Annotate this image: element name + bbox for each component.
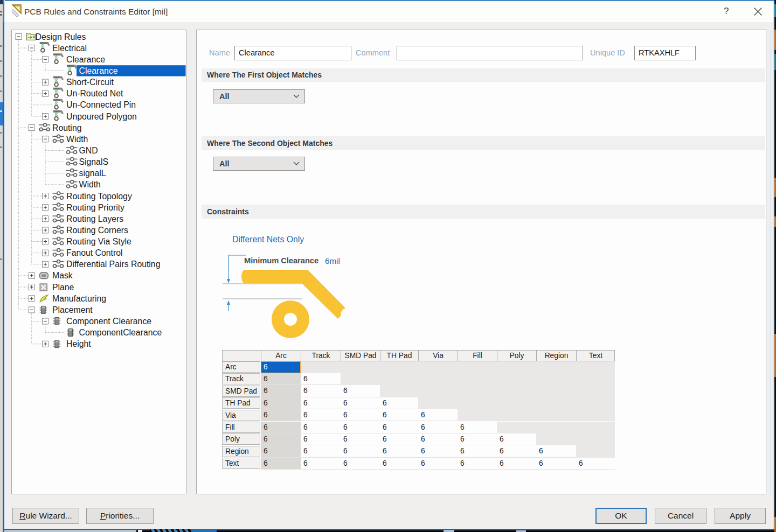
svg-text:Plane: Plane [52,283,74,292]
svg-text:Routing Corners: Routing Corners [66,226,128,235]
svg-text:Routing: Routing [52,123,81,132]
svg-text:ComponentClearance: ComponentClearance [79,328,162,337]
svg-text:Un-Connected Pin: Un-Connected Pin [66,100,136,109]
svg-text:Placement: Placement [52,305,93,314]
svg-text:Short-Circuit: Short-Circuit [66,78,114,87]
svg-text:Mask: Mask [52,271,73,280]
svg-text:Fanout Control: Fanout Control [66,248,123,257]
svg-text:Differential Pairs Routing: Differential Pairs Routing [66,260,160,269]
svg-text:Manufacturing: Manufacturing [52,294,106,303]
svg-text:GND: GND [79,146,98,155]
svg-text:Routing Via Style: Routing Via Style [66,237,131,246]
svg-text:SignalS: SignalS [79,157,108,166]
svg-text:Clearance: Clearance [79,66,118,75]
svg-text:Design Rules: Design Rules [36,32,86,41]
svg-text:Height: Height [66,339,91,348]
svg-text:Clearance: Clearance [66,55,105,64]
svg-text:signalL: signalL [79,169,106,178]
svg-text:Routing Topology: Routing Topology [66,192,132,201]
svg-text:Routing Priority: Routing Priority [66,203,124,212]
svg-text:Routing Layers: Routing Layers [66,214,123,223]
svg-text:Electrical: Electrical [52,44,87,53]
svg-text:Un-Routed Net: Un-Routed Net [66,89,123,98]
svg-text:Component Clearance: Component Clearance [66,317,151,326]
svg-text:Width: Width [66,135,88,144]
svg-text:Width: Width [79,180,101,189]
svg-text:Unpoured Polygon: Unpoured Polygon [66,112,137,121]
